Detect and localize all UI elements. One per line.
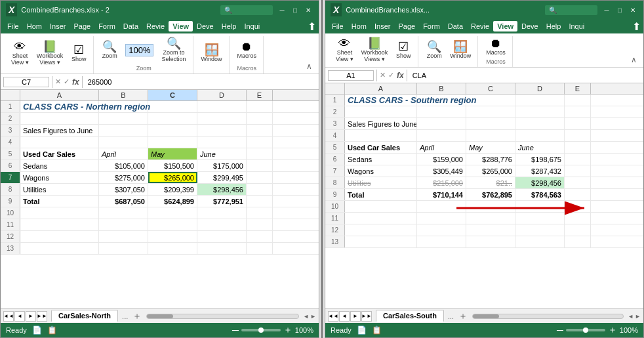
zoom-in-btn-left[interactable]: ＋ bbox=[283, 324, 292, 336]
menu-inqui-right[interactable]: Inqui bbox=[565, 21, 588, 32]
cell-d7-left[interactable]: $299,495 bbox=[197, 172, 247, 183]
close-btn-left[interactable]: ✕ bbox=[303, 5, 313, 15]
menu-help-right[interactable]: Help bbox=[542, 21, 565, 32]
next-tab-btn-left[interactable]: ► bbox=[26, 311, 36, 322]
cell-d1-left[interactable] bbox=[197, 101, 247, 112]
zoom-selection-btn-left[interactable]: 🔍 Zoom toSelection bbox=[159, 36, 188, 64]
cell-d8-left[interactable]: $298,456 bbox=[197, 184, 247, 195]
first-tab-btn-left[interactable]: ◄◄ bbox=[3, 311, 14, 322]
col-header-b-left[interactable]: B bbox=[99, 90, 148, 100]
zoom-btn-left[interactable]: 🔍 Zoom bbox=[99, 39, 120, 60]
tab-more-left[interactable]: ... bbox=[119, 311, 131, 322]
cell-d8-right[interactable]: $298,456 bbox=[515, 177, 565, 188]
close-btn-right[interactable]: ✕ bbox=[628, 5, 638, 15]
workbook-views-btn-left[interactable]: 📗 WorkbookViews ▾ bbox=[34, 39, 66, 67]
macros-btn-right[interactable]: ⏺ Macros bbox=[483, 36, 508, 57]
cell-b6-left[interactable]: $105,000 bbox=[99, 160, 148, 171]
menu-data-left[interactable]: Data bbox=[119, 21, 142, 32]
right-page-layout-view[interactable]: 📋 bbox=[372, 326, 382, 335]
scroll-left-btn-left[interactable]: ◄ bbox=[303, 313, 309, 320]
cell-d7-right[interactable]: $287,432 bbox=[515, 165, 565, 177]
cell-a5-right[interactable]: Used Car Sales bbox=[345, 142, 417, 153]
cell-c6-right[interactable]: $288,776 bbox=[466, 154, 515, 165]
tab-scrollbar-right[interactable] bbox=[472, 314, 624, 319]
share-btn-left[interactable]: ⬆ bbox=[308, 20, 316, 33]
col-header-a-right[interactable]: A bbox=[345, 83, 417, 94]
left-page-layout-view[interactable]: 📋 bbox=[47, 326, 57, 335]
cell-a6-left[interactable]: Sedans bbox=[20, 160, 99, 171]
right-name-box[interactable] bbox=[328, 70, 374, 81]
menu-page-right[interactable]: Page bbox=[394, 21, 419, 32]
zoom-out-btn-right[interactable]: ─ bbox=[557, 325, 563, 335]
minimize-btn-right[interactable]: ─ bbox=[601, 5, 612, 15]
cell-c5-left[interactable]: May bbox=[148, 148, 197, 159]
menu-inqui-left[interactable]: Inqui bbox=[240, 21, 264, 32]
cell-e1-right[interactable] bbox=[565, 95, 591, 106]
zoom-in-btn-right[interactable]: ＋ bbox=[608, 324, 617, 336]
add-sheet-btn-right[interactable]: ＋ bbox=[458, 311, 468, 322]
left-normal-view[interactable]: 📄 bbox=[32, 326, 42, 335]
cell-b7-right[interactable]: $305,449 bbox=[417, 165, 466, 177]
ribbon-collapse-right[interactable]: ∧ bbox=[628, 54, 639, 66]
menu-page-left[interactable]: Page bbox=[70, 21, 94, 32]
menu-file-left[interactable]: File bbox=[3, 21, 23, 32]
menu-form-left[interactable]: Form bbox=[94, 21, 119, 32]
menu-form-right[interactable]: Form bbox=[419, 21, 444, 32]
cell-a9-left[interactable]: Total bbox=[20, 196, 99, 207]
cell-a8-left[interactable]: Utilities bbox=[20, 184, 99, 195]
prev-tab-btn-left[interactable]: ◄ bbox=[14, 311, 25, 322]
cell-c1-left[interactable] bbox=[148, 101, 197, 112]
last-tab-btn-right[interactable]: ►► bbox=[361, 311, 372, 322]
menu-review-right[interactable]: Revie bbox=[467, 21, 493, 32]
window-btn-right[interactable]: 🪟 Window bbox=[447, 39, 473, 60]
cell-b8-left[interactable]: $307,050 bbox=[99, 184, 148, 195]
tab-more-right[interactable]: ... bbox=[445, 311, 456, 322]
right-normal-view[interactable]: 📄 bbox=[357, 326, 367, 335]
cell-d9-left[interactable]: $772,951 bbox=[197, 196, 247, 207]
cell-d5-left[interactable]: June bbox=[197, 148, 247, 159]
restore-btn-right[interactable]: □ bbox=[614, 5, 625, 15]
last-tab-btn-left[interactable]: ►► bbox=[37, 311, 47, 322]
cell-b9-left[interactable]: $687,050 bbox=[99, 196, 148, 207]
minimize-btn-left[interactable]: ─ bbox=[277, 5, 287, 15]
show-btn-right[interactable]: ☑ Show bbox=[393, 39, 414, 60]
cell-c6-left[interactable]: $150,500 bbox=[148, 160, 197, 171]
cancel-icon-left[interactable]: ✕ bbox=[55, 77, 61, 86]
menu-insert-left[interactable]: Inser bbox=[46, 21, 70, 32]
cell-b1-left[interactable] bbox=[99, 101, 148, 112]
zoom-100-btn-left[interactable]: 100% bbox=[123, 43, 156, 58]
menu-review-left[interactable]: Revie bbox=[142, 21, 169, 32]
first-tab-btn-right[interactable]: ◄◄ bbox=[328, 311, 338, 322]
cell-e1-left[interactable] bbox=[247, 101, 273, 112]
menu-help-left[interactable]: Help bbox=[218, 21, 241, 32]
scroll-right-btn-right[interactable]: ► bbox=[635, 313, 641, 320]
cell-b9-right[interactable]: $710,144 bbox=[417, 189, 466, 200]
cell-a1-right[interactable]: CLASS CARS - Southern region bbox=[345, 95, 417, 106]
ribbon-collapse-left[interactable]: ∧ bbox=[304, 60, 315, 72]
add-sheet-btn-left[interactable]: ＋ bbox=[132, 311, 142, 322]
cell-c8-right[interactable]: $21.. bbox=[466, 177, 515, 188]
cell-c8-left[interactable]: $209,399 bbox=[148, 184, 197, 195]
cell-b8-right[interactable]: $215,000 bbox=[417, 177, 466, 188]
menu-dev-right[interactable]: Deve bbox=[517, 21, 542, 32]
cell-b1-right[interactable] bbox=[417, 95, 466, 106]
col-header-e-left[interactable]: E bbox=[247, 90, 273, 100]
col-header-d-left[interactable]: D bbox=[197, 90, 247, 100]
menu-view-left[interactable]: View bbox=[169, 21, 193, 32]
cell-a7-right[interactable]: Wagons bbox=[345, 165, 417, 177]
left-search-input[interactable] bbox=[220, 5, 273, 15]
confirm-icon-left[interactable]: ✓ bbox=[64, 77, 70, 86]
col-header-b-right[interactable]: B bbox=[417, 83, 466, 94]
zoom-bar-right[interactable] bbox=[566, 329, 605, 331]
window-btn-left[interactable]: 🪟 Window bbox=[199, 43, 225, 64]
sheet-tab-north[interactable]: CarSales-North bbox=[51, 310, 118, 322]
cell-b5-right[interactable]: April bbox=[417, 142, 466, 153]
menu-home-right[interactable]: Hom bbox=[348, 21, 371, 32]
menu-file-right[interactable]: File bbox=[328, 21, 348, 32]
cell-c5-right[interactable]: May bbox=[466, 142, 515, 153]
right-search-input[interactable] bbox=[545, 5, 597, 15]
menu-home-left[interactable]: Hom bbox=[23, 21, 46, 32]
cell-c9-right[interactable]: $762,895 bbox=[466, 189, 515, 200]
cell-d6-left[interactable]: $175,000 bbox=[197, 160, 247, 171]
macros-btn-left[interactable]: ⏺ Macros bbox=[235, 39, 260, 60]
